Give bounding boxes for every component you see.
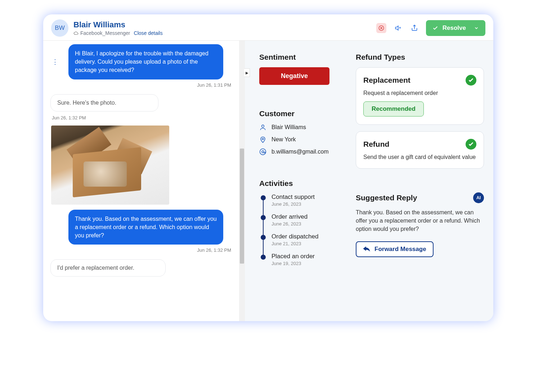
header-actions: Resolve bbox=[376, 20, 485, 36]
suggested-title: Suggested Reply bbox=[356, 193, 417, 202]
scrollbar-thumb[interactable] bbox=[240, 149, 244, 264]
sentiment-title: Sentiment bbox=[259, 53, 340, 61]
refund-card-desc: Send the user a gift card of equivalent … bbox=[363, 154, 476, 160]
share-icon bbox=[411, 24, 418, 32]
customer-panel: Customer Blair Williams New York b.willi… bbox=[253, 101, 346, 163]
customer-message: Sure. Here's the photo. bbox=[50, 94, 158, 111]
activities-title: Activities bbox=[259, 179, 346, 188]
location-icon bbox=[259, 136, 266, 143]
forward-label: Forward Message bbox=[374, 246, 426, 253]
mute-button[interactable] bbox=[393, 23, 403, 33]
activities-timeline: Contact support June 26, 2023 Order arri… bbox=[259, 193, 346, 266]
avatar: BW bbox=[51, 19, 68, 37]
refund-panel: Refund Types Replacement Request a repla… bbox=[354, 45, 485, 177]
close-conversation-button[interactable] bbox=[376, 23, 386, 33]
customer-email-row: b.williams@gmail.com bbox=[259, 148, 340, 155]
message-timestamp: Jun 26, 1:32 PM bbox=[52, 115, 238, 120]
resolve-button[interactable]: Resolve bbox=[426, 20, 485, 36]
sentiment-value: Negative bbox=[259, 67, 329, 85]
activity-title: Placed an order bbox=[272, 253, 315, 260]
scrollbar-track[interactable] bbox=[239, 41, 245, 321]
reply-icon bbox=[363, 246, 370, 252]
check-circle-icon bbox=[466, 75, 476, 86]
activity-item: Order dispatched June 21, 2023 bbox=[261, 233, 346, 246]
activity-item: Contact support June 26, 2023 bbox=[261, 193, 346, 207]
activity-item: Placed an order June 19, 2023 bbox=[261, 253, 346, 266]
side-panel: Sentiment Negative Customer Blair Willia… bbox=[245, 41, 493, 321]
activity-title: Contact support bbox=[272, 193, 315, 201]
header-info: Blair Williams Facebook_Messenger Close … bbox=[73, 20, 371, 36]
close-circle-icon bbox=[378, 25, 384, 31]
message-menu-icon[interactable]: ⋮ bbox=[52, 58, 58, 66]
refund-card-desc: Request a replacement order bbox=[363, 90, 476, 96]
recommended-badge: Recommended bbox=[363, 101, 424, 117]
panel-expand-toggle[interactable]: ▶ bbox=[244, 68, 250, 77]
channel-label: Facebook_Messenger bbox=[73, 30, 130, 36]
speaker-mute-icon bbox=[394, 24, 401, 32]
activity-item: Order arrived June 26, 2023 bbox=[261, 213, 346, 227]
refund-option-replacement[interactable]: Replacement Request a replacement order … bbox=[356, 67, 484, 125]
customer-name: Blair Williams bbox=[272, 124, 306, 131]
activity-date: June 26, 2023 bbox=[272, 201, 315, 207]
timeline-dot-icon bbox=[261, 255, 266, 260]
body: ⋮ Hi Blair, I apologize for the trouble … bbox=[43, 41, 493, 321]
contact-name: Blair Williams bbox=[73, 20, 371, 29]
sentiment-panel: Sentiment Negative bbox=[253, 45, 346, 94]
agent-message: Hi Blair, I apologize for the trouble wi… bbox=[68, 44, 223, 79]
refund-title: Refund Types bbox=[356, 53, 484, 61]
suggested-text: Thank you. Based on the assessment, we c… bbox=[356, 208, 484, 233]
header: BW Blair Williams Facebook_Messenger Clo… bbox=[43, 14, 493, 41]
customer-name-row: Blair Williams bbox=[259, 124, 340, 131]
customer-location-row: New York bbox=[259, 136, 340, 143]
activity-date: June 26, 2023 bbox=[272, 221, 308, 227]
activity-title: Order arrived bbox=[272, 213, 308, 220]
check-icon bbox=[432, 25, 438, 31]
email-icon bbox=[259, 148, 266, 155]
activity-date: June 21, 2023 bbox=[272, 241, 318, 246]
side-left: Sentiment Negative Customer Blair Willia… bbox=[253, 45, 346, 317]
customer-title: Customer bbox=[259, 109, 340, 118]
svg-point-4 bbox=[262, 151, 264, 153]
chat-column: ⋮ Hi Blair, I apologize for the trouble … bbox=[43, 41, 245, 321]
refund-card-title: Replacement bbox=[363, 76, 410, 85]
message-timestamp: Jun 26, 1:31 PM bbox=[47, 82, 231, 88]
svg-point-2 bbox=[262, 138, 264, 140]
suggested-reply-panel: Suggested Reply AI Thank you. Based on t… bbox=[354, 184, 485, 265]
timeline-dot-icon bbox=[261, 215, 266, 220]
app-frame: BW Blair Williams Facebook_Messenger Clo… bbox=[43, 14, 493, 321]
resolve-label: Resolve bbox=[443, 24, 466, 32]
check-circle-icon bbox=[466, 139, 476, 150]
customer-location: New York bbox=[272, 136, 296, 143]
close-details-link[interactable]: Close details bbox=[134, 30, 163, 36]
ai-badge-icon: AI bbox=[473, 192, 484, 203]
forward-message-button[interactable]: Forward Message bbox=[356, 241, 434, 257]
share-button[interactable] bbox=[409, 23, 419, 33]
chevron-down-icon bbox=[474, 26, 479, 31]
cloud-icon bbox=[73, 31, 79, 35]
svg-point-1 bbox=[262, 125, 264, 127]
person-icon bbox=[259, 124, 266, 131]
message-row: ⋮ Hi Blair, I apologize for the trouble … bbox=[47, 44, 238, 79]
timeline-dot-icon bbox=[261, 235, 266, 240]
message-row: Thank you. Based on the assessment, we c… bbox=[47, 210, 238, 245]
side-right: Refund Types Replacement Request a repla… bbox=[354, 45, 485, 317]
customer-message: I'd prefer a replacement order. bbox=[50, 259, 166, 277]
refund-card-title: Refund bbox=[363, 140, 389, 149]
agent-message: Thank you. Based on the assessment, we c… bbox=[68, 210, 223, 245]
timeline-dot-icon bbox=[261, 195, 266, 200]
message-timestamp: Jun 26, 1:32 PM bbox=[47, 247, 231, 253]
activity-title: Order dispatched bbox=[272, 233, 318, 240]
header-subline: Facebook_Messenger Close details bbox=[73, 30, 371, 36]
refund-option-refund[interactable]: Refund Send the user a gift card of equi… bbox=[356, 131, 484, 169]
activities-panel: Activities Contact support June 26, 2023 bbox=[253, 171, 346, 274]
channel-text: Facebook_Messenger bbox=[80, 30, 130, 36]
customer-email: b.williams@gmail.com bbox=[272, 149, 329, 155]
activity-date: June 19, 2023 bbox=[272, 261, 315, 266]
uploaded-photo[interactable] bbox=[51, 126, 169, 205]
